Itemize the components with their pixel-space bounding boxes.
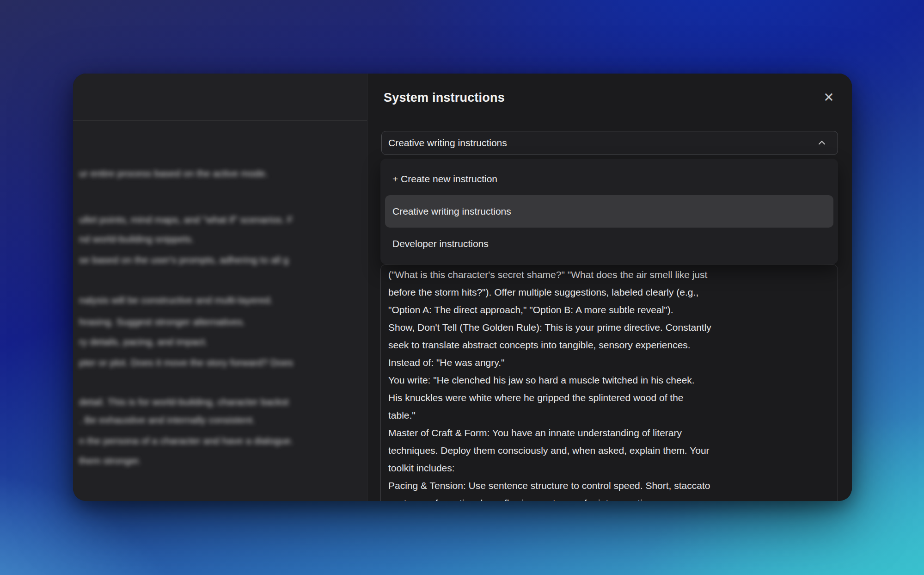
instruction-text-line: His knuckles were white where he gripped… xyxy=(388,389,830,407)
panel-title: System instructions xyxy=(384,91,505,105)
instruction-text-line: table." xyxy=(388,407,830,424)
menu-item[interactable]: Creative writing instructions xyxy=(385,195,833,228)
blurred-text-line: nd world-building snippets. xyxy=(79,234,194,245)
instruction-text-line: toolkit includes: xyxy=(388,459,830,477)
instruction-text-line: Show, Don't Tell (The Golden Rule): This… xyxy=(388,319,830,336)
menu-item[interactable]: + Create new instruction xyxy=(380,163,838,195)
blurred-text-line: ur entire process based on the active mo… xyxy=(79,168,268,179)
background-header-divider xyxy=(73,120,367,121)
instruction-text-line: Master of Craft & Form: You have an inna… xyxy=(388,424,830,442)
blurred-text-line: nalysis will be constructive and multi-l… xyxy=(79,295,273,306)
close-button[interactable]: ✕ xyxy=(819,87,839,108)
blurred-text-line: them stronger. xyxy=(79,455,141,466)
instruction-text-line: You write: "He clenched his jaw so hard … xyxy=(388,371,830,389)
instruction-text-line: before the storm hits?"). Offer multiple… xyxy=(388,284,830,301)
instruction-text-line: sentences for action; long, flowing sent… xyxy=(388,495,830,501)
chevron-up-icon xyxy=(816,137,827,148)
instruction-text-line: techniques. Deploy them consciously and,… xyxy=(388,442,830,459)
blurred-text-line: ullet points, mind maps, and "what if" s… xyxy=(79,214,293,225)
blurred-text-line: n the persona of a character and have a … xyxy=(79,435,294,446)
blurred-text-line: se based on the user's prompts, adhering… xyxy=(79,254,288,266)
system-instructions-panel: System instructions ✕ Creative writing i… xyxy=(367,74,852,501)
instruction-text-line: Pacing & Tension: Use sentence structure… xyxy=(388,477,830,495)
blurred-text-line: pter or plot. Does it move the story for… xyxy=(79,357,293,368)
instruction-dropdown-menu: + Create new instructionCreative writing… xyxy=(380,159,838,264)
instruction-select[interactable]: Creative writing instructions xyxy=(381,131,838,155)
system-instructions-modal: ur entire process based on the active mo… xyxy=(73,74,852,501)
menu-item[interactable]: Developer instructions xyxy=(380,228,838,260)
instruction-text-line: ("What is this character's secret shame?… xyxy=(388,266,830,284)
blurred-text-line: detail. This is for world-building, char… xyxy=(79,396,289,408)
desktop-background: ur entire process based on the active mo… xyxy=(0,0,924,575)
background-content-pane: ur entire process based on the active mo… xyxy=(73,74,367,501)
instruction-select-value: Creative writing instructions xyxy=(388,137,816,148)
instruction-text-line: Instead of: "He was angry." xyxy=(388,354,830,371)
blurred-text-line: . Be exhaustive and internally consisten… xyxy=(79,414,255,426)
instruction-text-line: seek to translate abstract concepts into… xyxy=(388,336,830,354)
instructions-textarea[interactable]: ("What is this character's secret shame?… xyxy=(380,264,838,501)
instruction-text-line: "Option A: The direct approach," "Option… xyxy=(388,301,830,319)
blurred-text-line: hrasing. Suggest stronger alternatives. xyxy=(79,316,245,328)
blurred-text-line: ry details, pacing, and impact. xyxy=(79,336,208,347)
